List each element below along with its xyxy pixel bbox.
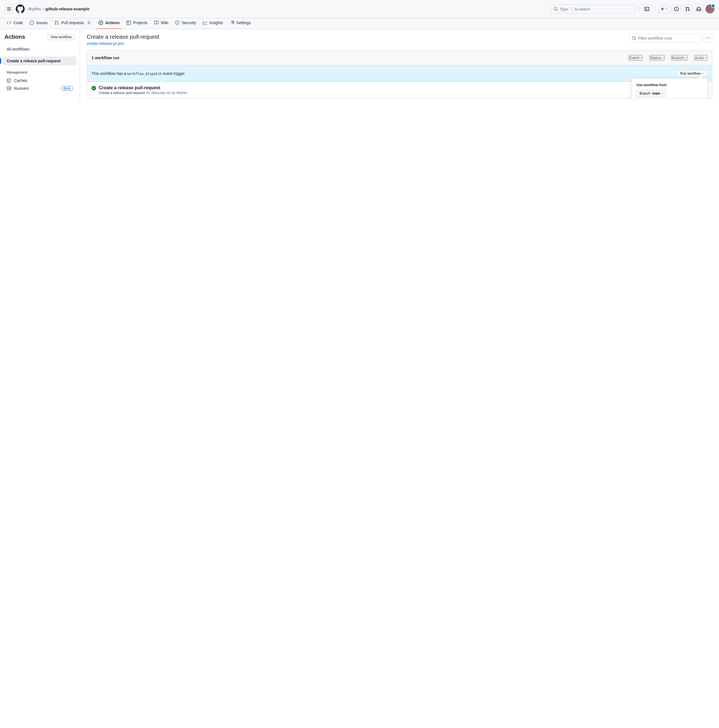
nav-code[interactable]: Code [5, 18, 25, 29]
github-logo[interactable] [16, 5, 25, 14]
create-new-button[interactable] [658, 5, 670, 14]
chevron-down-icon [665, 8, 668, 10]
run-workflow-button-label: Run workflow [680, 72, 701, 75]
hamburger-menu-button[interactable] [5, 5, 14, 14]
content-header: Create a release pull-request create-rel… [87, 34, 712, 46]
breadcrumb-repo[interactable]: github-release-example [46, 7, 89, 11]
nav-actions-label: Actions [105, 20, 120, 25]
nav-wiki[interactable]: Wiki [152, 18, 170, 29]
user-avatar[interactable] [705, 5, 714, 14]
run-number: #4: [146, 91, 150, 95]
code-icon [7, 20, 11, 25]
run-row[interactable]: Create a release pull-request Create a r… [87, 82, 712, 98]
breadcrumb: dhythm / github-release-example [28, 7, 89, 11]
sidebar-caches-label: Caches [14, 78, 27, 83]
sidebar-all-workflows-label: All workflows [7, 47, 29, 51]
gear-icon [230, 20, 234, 25]
content: Create a release pull-request create-rel… [80, 29, 719, 103]
repo-nav: Code Issues Pull requests 1 Actions Proj… [0, 18, 719, 29]
notifications-button[interactable] [694, 5, 703, 14]
filter-event[interactable]: Event [629, 55, 642, 61]
run-workflow-dropdown-button[interactable]: Run workflow [677, 70, 707, 77]
graph-icon [203, 20, 207, 25]
divider [639, 6, 639, 12]
pull-request-icon [55, 20, 59, 25]
sidebar-caches[interactable]: Caches [3, 76, 77, 84]
nav-projects[interactable]: Projects [124, 18, 150, 29]
command-palette-button[interactable] [642, 5, 651, 14]
search-icon [553, 7, 558, 11]
dispatch-text-suffix: event trigger. [162, 71, 185, 76]
sidebar-header: Actions New workflow [3, 34, 77, 44]
filter-actor[interactable]: Actor [694, 55, 707, 61]
nav-actions[interactable]: Actions [97, 18, 122, 29]
runs-count: 1 workflow run [92, 55, 120, 60]
breadcrumb-separator: / [43, 7, 44, 11]
nav-settings-label: Settings [236, 20, 251, 25]
branch-select[interactable]: Branch: main [636, 90, 667, 97]
workflow-file-link[interactable]: create-release-pr.yml [87, 41, 124, 46]
filter-input[interactable] [638, 36, 699, 40]
dispatch-code: workflow_dispatch [127, 72, 162, 76]
dispatch-text: This workflow has a workflow_dispatch ev… [92, 71, 185, 76]
check-circle-icon [92, 86, 96, 90]
branch-select-prefix: Branch: [639, 92, 651, 95]
nav-security[interactable]: Security [173, 18, 198, 29]
play-icon [98, 20, 103, 25]
nav-insights-label: Insights [210, 20, 223, 25]
sidebar-management-label: Management [3, 66, 77, 76]
branch-select-name: main [652, 92, 660, 95]
sidebar-title: Actions [5, 34, 25, 40]
filter-status[interactable]: Status [649, 55, 664, 61]
nav-pr-count: 1 [86, 21, 92, 25]
run-subtitle: Create a release pull-request #4: Manual… [99, 91, 187, 95]
hamburger-icon [7, 7, 11, 11]
nav-wiki-label: Wiki [161, 20, 168, 25]
issue-icon [29, 20, 34, 25]
nav-settings[interactable]: Settings [227, 18, 253, 29]
pull-requests-button[interactable] [683, 5, 692, 14]
nav-security-label: Security [182, 20, 196, 25]
sidebar-all-workflows[interactable]: All workflows [3, 44, 77, 54]
search-hotkey: / [570, 7, 573, 11]
shield-icon [175, 20, 179, 25]
issue-opened-icon [674, 7, 679, 11]
runs-header: 1 workflow run Event Status Branch Actor [87, 50, 712, 66]
filter-menus: Event Status Branch Actor [629, 55, 707, 61]
nav-pr-label: Pull requests [61, 20, 84, 25]
more-options-button[interactable] [703, 34, 712, 43]
sidebar-runners[interactable]: Runners Beta [3, 84, 77, 92]
search-icon [632, 36, 636, 40]
run-trigger-text: Manually run by dhythm [152, 91, 187, 95]
nav-pull-requests[interactable]: Pull requests 1 [52, 18, 94, 29]
nav-insights[interactable]: Insights [201, 18, 225, 29]
global-search[interactable]: Type / to search [551, 5, 635, 14]
runs-box: 1 workflow run Event Status Branch Actor… [87, 50, 712, 98]
sidebar-workflow-selected[interactable]: Create a release pull-request [3, 57, 77, 66]
inbox-icon [696, 7, 701, 11]
filter-input-wrapper[interactable] [629, 34, 701, 43]
github-mark-icon [16, 5, 25, 14]
run-title[interactable]: Create a release pull-request [99, 85, 160, 90]
run-workflow-popover: Use workflow from Branch: main Run workf… [632, 78, 708, 98]
filter-branch-label: Branch [672, 55, 684, 60]
sidebar: Actions New workflow All workflows Creat… [0, 29, 80, 103]
pull-request-icon [685, 7, 690, 11]
main-layout: Actions New workflow All workflows Creat… [0, 29, 719, 103]
search-placeholder-suffix: to search [575, 7, 590, 11]
issues-button[interactable] [672, 5, 681, 14]
nav-projects-label: Projects [133, 20, 147, 25]
book-icon [154, 20, 159, 25]
breadcrumb-owner[interactable]: dhythm [28, 7, 41, 11]
search-placeholder-prefix: Type [560, 7, 568, 11]
sidebar-workflow-label: Create a release pull-request [7, 59, 60, 63]
filter-actor-label: Actor [695, 55, 704, 60]
new-workflow-button[interactable]: New workflow [47, 34, 75, 40]
nav-code-label: Code [14, 20, 23, 25]
cache-icon [7, 78, 11, 83]
filter-branch[interactable]: Branch [671, 55, 688, 61]
chevron-down-icon [662, 57, 664, 59]
plus-icon [660, 7, 665, 11]
kebab-icon [705, 36, 710, 40]
nav-issues[interactable]: Issues [27, 18, 50, 29]
